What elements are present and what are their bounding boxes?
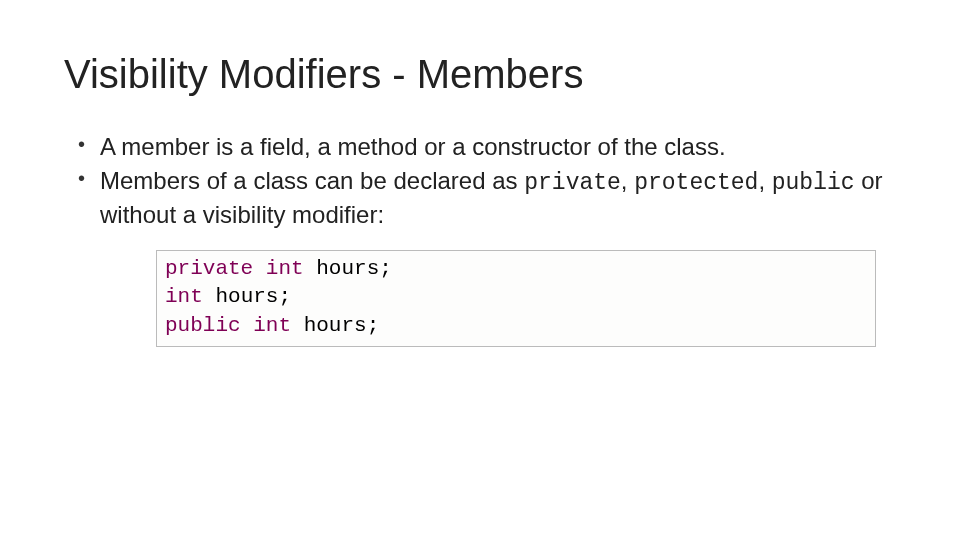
code-kw-int-2: int xyxy=(165,285,215,308)
code-line-1: private int hours; xyxy=(165,255,867,283)
slide: Visibility Modifiers - Members A member … xyxy=(0,0,960,347)
bullet-2-sep-1: , xyxy=(621,167,634,194)
keyword-protected: protected xyxy=(634,170,758,196)
keyword-public: public xyxy=(772,170,855,196)
bullet-list: A member is a field, a method or a const… xyxy=(64,131,900,232)
code-id-1: hours; xyxy=(316,257,392,280)
bullet-2-sep-2: , xyxy=(758,167,771,194)
code-kw-int-1: int xyxy=(266,257,316,280)
code-line-3: public int hours; xyxy=(165,312,867,340)
code-line-2: int hours; xyxy=(165,283,867,311)
code-id-3: hours; xyxy=(304,314,380,337)
code-kw-public: public xyxy=(165,314,253,337)
code-id-2: hours; xyxy=(215,285,291,308)
keyword-private: private xyxy=(524,170,621,196)
bullet-item-1: A member is a field, a method or a const… xyxy=(78,131,900,163)
code-box: private int hours; int hours; public int… xyxy=(156,250,876,347)
bullet-item-2: Members of a class can be declared as pr… xyxy=(78,165,900,231)
bullet-2-text-pre: Members of a class can be declared as xyxy=(100,167,524,194)
code-kw-private: private xyxy=(165,257,266,280)
slide-title: Visibility Modifiers - Members xyxy=(64,52,900,97)
code-kw-int-3: int xyxy=(253,314,303,337)
